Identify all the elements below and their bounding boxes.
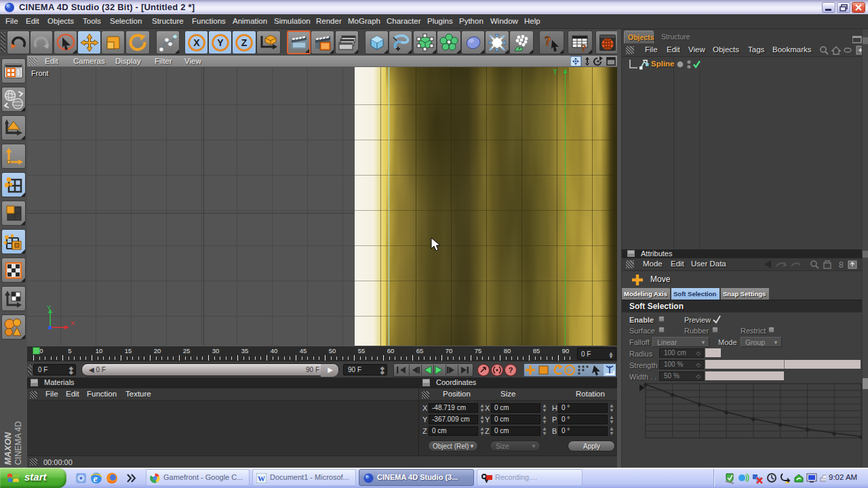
svg-text:8: 8 (839, 260, 844, 270)
svg-text:W: W (258, 474, 265, 483)
svg-text:?: ? (545, 34, 551, 48)
svg-text:e: e (94, 474, 98, 484)
svg-text:X: X (71, 320, 75, 327)
svg-text:MAXON: MAXON (3, 432, 13, 465)
svg-text:?: ? (581, 43, 587, 52)
svg-text:?: ? (509, 366, 513, 374)
svg-text:Y: Y (47, 304, 51, 311)
svg-text:P: P (568, 367, 572, 374)
svg-text:Z: Z (241, 37, 248, 48)
svg-text:Y: Y (217, 37, 224, 48)
svg-text:CINEMA 4D: CINEMA 4D (14, 421, 23, 465)
svg-text:X: X (193, 37, 200, 48)
